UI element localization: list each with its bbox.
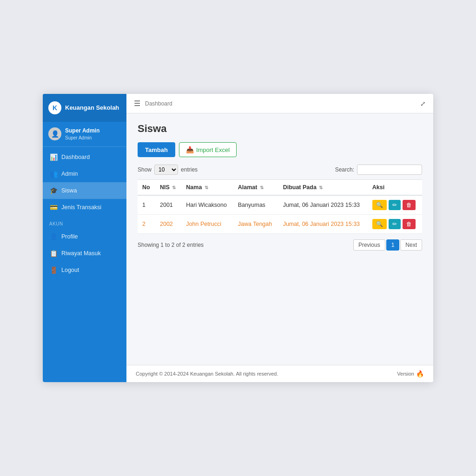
sort-icon-alamat[interactable]: ⇅ bbox=[260, 185, 264, 190]
footer-right: Version 🔥 bbox=[397, 370, 424, 377]
transaksi-icon: 💳 bbox=[49, 204, 58, 211]
action-buttons: 🔍 ✏ 🗑 bbox=[372, 219, 417, 229]
main-content: ☰ Dashboard ⤢ Siswa Tambah 📥 Import Exce… bbox=[126, 94, 433, 382]
avatar: 👤 bbox=[48, 127, 61, 140]
next-page-button[interactable]: Next bbox=[400, 239, 422, 251]
table-row: 1 2001 Hari Wicaksono Banyumas Jumat, 06… bbox=[138, 195, 422, 215]
sidebar-item-label: Admin bbox=[61, 171, 78, 177]
cell-dibuat-pada: Jumat, 06 Januari 2023 15:33 bbox=[278, 215, 368, 234]
action-bar: Tambah 📥 Import Excel bbox=[138, 142, 422, 157]
pagination: Previous 1 Next bbox=[353, 239, 422, 251]
sort-icon-nama[interactable]: ⇅ bbox=[205, 185, 208, 190]
footer: Copyright © 2014-2024 Keuangan Sekolah. … bbox=[126, 365, 433, 382]
sidebar: K Keuangan Sekolah 👤 Super Admin Super A… bbox=[43, 94, 126, 382]
page-1-button[interactable]: 1 bbox=[386, 239, 400, 251]
profile-icon: 👤 bbox=[49, 233, 58, 240]
expand-button[interactable]: ⤢ bbox=[420, 100, 426, 107]
search-label: Search: bbox=[335, 166, 354, 173]
delete-button[interactable]: 🗑 bbox=[403, 200, 416, 210]
cell-no: 2 bbox=[138, 215, 155, 234]
footer-copyright: Copyright © 2014-2024 Keuangan Sekolah. … bbox=[136, 371, 278, 377]
user-name: Super Admin bbox=[65, 127, 99, 135]
version-label: Version bbox=[397, 371, 414, 377]
detail-button[interactable]: 🔍 bbox=[372, 219, 387, 229]
topbar: ☰ Dashboard ⤢ bbox=[126, 94, 433, 113]
search-input[interactable] bbox=[357, 165, 422, 175]
riwayat-icon: 📋 bbox=[49, 250, 58, 257]
sidebar-item-label: Riwayat Masuk bbox=[61, 250, 101, 257]
hamburger-icon[interactable]: ☰ bbox=[134, 99, 140, 108]
edit-button[interactable]: ✏ bbox=[389, 219, 401, 229]
sidebar-item-profile[interactable]: 👤 Profile bbox=[43, 228, 126, 245]
brand-name: Keuangan Sekolah bbox=[65, 104, 119, 112]
table-controls: Show 10 25 50 100 entries Search: bbox=[138, 165, 422, 175]
sidebar-item-jenis-transaksi[interactable]: 💳 Jenis Transaksi bbox=[43, 199, 126, 216]
nav-section: 📊 Dashboard 👥 Admin 🎓 Siswa 💳 Jenis Tran… bbox=[43, 147, 126, 382]
sidebar-item-dashboard[interactable]: 📊 Dashboard bbox=[43, 149, 126, 165]
page-title: Siswa bbox=[138, 123, 422, 135]
akun-section-label: Akun bbox=[43, 216, 126, 228]
topbar-left: ☰ Dashboard bbox=[134, 99, 172, 108]
sidebar-item-label: Dashboard bbox=[61, 154, 90, 160]
user-role: Super Admin bbox=[65, 135, 99, 141]
sidebar-brand: K Keuangan Sekolah bbox=[43, 94, 126, 122]
cell-aksi: 🔍 ✏ 🗑 bbox=[368, 195, 422, 215]
sidebar-item-label: Jenis Transaksi bbox=[61, 204, 101, 211]
data-table: No NIS ⇅ Nama ⇅ Alamat bbox=[138, 179, 422, 234]
search-area: Search: bbox=[335, 165, 422, 175]
sidebar-item-logout[interactable]: 🚪 Logout bbox=[43, 262, 126, 278]
delete-button[interactable]: 🗑 bbox=[403, 219, 416, 229]
breadcrumb: Dashboard bbox=[145, 100, 172, 107]
table-footer: Showing 1 to 2 of 2 entries Previous 1 N… bbox=[138, 239, 422, 251]
detail-button[interactable]: 🔍 bbox=[372, 200, 387, 210]
action-buttons: 🔍 ✏ 🗑 bbox=[372, 200, 417, 210]
import-excel-button[interactable]: 📥 Import Excel bbox=[179, 142, 237, 157]
sort-icon-dibuat[interactable]: ⇅ bbox=[319, 185, 323, 190]
sort-icon-nis[interactable]: ⇅ bbox=[172, 185, 176, 190]
cell-nama: John Petrucci bbox=[181, 215, 233, 234]
siswa-icon: 🎓 bbox=[49, 187, 58, 194]
col-aksi: Aksi bbox=[368, 180, 422, 196]
content-area: Siswa Tambah 📥 Import Excel Show 10 bbox=[126, 113, 433, 365]
sidebar-item-label: Siswa bbox=[61, 187, 77, 194]
cell-dibuat-pada: Jumat, 06 Januari 2023 15:33 bbox=[278, 195, 368, 215]
cell-nama: Hari Wicaksono bbox=[181, 195, 233, 215]
entries-label: entries bbox=[181, 166, 198, 173]
show-label: Show bbox=[138, 166, 152, 173]
col-dibuat-pada: Dibuat Pada ⇅ bbox=[278, 180, 368, 196]
cell-no: 1 bbox=[138, 195, 155, 215]
showing-text: Showing 1 to 2 of 2 entries bbox=[138, 242, 204, 248]
edit-button[interactable]: ✏ bbox=[389, 200, 401, 210]
col-no: No bbox=[138, 180, 155, 196]
cell-nis: 2001 bbox=[155, 195, 181, 215]
dashboard-icon: 📊 bbox=[49, 153, 58, 161]
col-nis: NIS ⇅ bbox=[155, 180, 181, 196]
cell-alamat: Banyumas bbox=[233, 195, 278, 215]
tambah-button[interactable]: Tambah bbox=[138, 142, 175, 157]
col-alamat: Alamat ⇅ bbox=[233, 180, 278, 196]
user-info: Super Admin Super Admin bbox=[65, 127, 99, 141]
admin-icon: 👥 bbox=[49, 170, 58, 178]
sidebar-item-label: Logout bbox=[61, 267, 79, 273]
fire-icon: 🔥 bbox=[416, 370, 424, 377]
user-section: 👤 Super Admin Super Admin bbox=[43, 122, 126, 147]
sidebar-item-riwayat-masuk[interactable]: 📋 Riwayat Masuk bbox=[43, 245, 126, 262]
cell-alamat: Jawa Tengah bbox=[233, 215, 278, 234]
cell-nis: 2002 bbox=[155, 215, 181, 234]
app-wrapper: K Keuangan Sekolah 👤 Super Admin Super A… bbox=[0, 0, 476, 476]
sidebar-item-admin[interactable]: 👥 Admin bbox=[43, 165, 126, 182]
app-window: K Keuangan Sekolah 👤 Super Admin Super A… bbox=[43, 94, 433, 382]
prev-page-button[interactable]: Previous bbox=[353, 239, 385, 251]
col-nama: Nama ⇅ bbox=[181, 180, 233, 196]
logout-icon: 🚪 bbox=[49, 266, 58, 274]
brand-icon: K bbox=[48, 101, 61, 114]
excel-icon: 📥 bbox=[186, 146, 194, 153]
show-entries: Show 10 25 50 100 entries bbox=[138, 165, 198, 175]
entries-select[interactable]: 10 25 50 100 bbox=[154, 165, 178, 175]
sidebar-item-siswa[interactable]: 🎓 Siswa bbox=[43, 182, 126, 199]
sidebar-item-label: Profile bbox=[61, 233, 78, 240]
cell-aksi: 🔍 ✏ 🗑 bbox=[368, 215, 422, 234]
table-row: 2 2002 John Petrucci Jawa Tengah Jumat, … bbox=[138, 215, 422, 234]
